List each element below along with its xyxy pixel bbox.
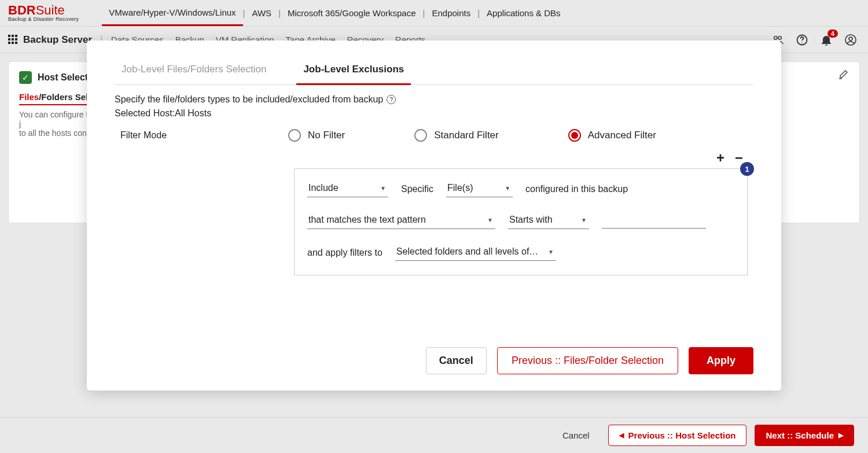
operator-select[interactable]: Starts with ▼ [508, 212, 589, 229]
primary-nav: VMware/Hyper-V/Windows/Linux | AWS | Mic… [102, 0, 567, 26]
step-complete-icon: ✓ [19, 71, 32, 84]
include-exclude-select[interactable]: Include ▼ [307, 181, 388, 197]
exclusions-modal: Job-Level Files/Folders Selection Job-Le… [87, 40, 781, 391]
svg-point-3 [801, 42, 803, 43]
filter-rule-box: 1 Include ▼ Specific File(s) ▼ configure… [294, 168, 748, 275]
footer-next-button[interactable]: Next :: Schedule ▶ [755, 425, 854, 446]
notifications-icon[interactable]: 4 [821, 34, 832, 46]
footer-cancel-button[interactable]: Cancel [552, 425, 600, 445]
footer-previous-button[interactable]: ◀ Previous :: Host Selection [608, 425, 747, 446]
modal-apply-button[interactable]: Apply [689, 347, 753, 374]
svg-point-1 [778, 36, 781, 39]
pattern-value-input[interactable] [602, 213, 706, 229]
chevron-left-icon: ◀ [619, 432, 624, 439]
help-tooltip-icon[interactable]: ? [387, 95, 396, 104]
tab-files-folders-selection[interactable]: Job-Level Files/Folders Selection [115, 58, 273, 84]
logo-brand-right: Suite [36, 3, 65, 17]
profile-icon[interactable] [845, 34, 856, 46]
chevron-down-icon: ▼ [380, 185, 386, 191]
chevron-down-icon: ▼ [581, 217, 587, 223]
apply-scope-select[interactable]: Selected folders and all levels of subf…… [395, 244, 556, 261]
tab-job-level-exclusions[interactable]: Job-Level Exclusions [296, 58, 411, 85]
modal-previous-button[interactable]: Previous :: Files/Folder Selection [497, 347, 678, 374]
match-type-select[interactable]: that matches the text pattern ▼ [307, 212, 495, 229]
chevron-down-icon: ▼ [548, 249, 554, 255]
apps-grid-icon[interactable] [8, 35, 19, 45]
selected-host-row: Selected Host:All Hosts [115, 108, 753, 119]
radio-icon [568, 129, 581, 142]
rule-toolbar: + − [115, 142, 753, 168]
notification-badge: 4 [827, 30, 838, 38]
modal-tabs: Job-Level Files/Folders Selection Job-Le… [115, 58, 753, 85]
radio-advanced-filter[interactable]: Advanced Filter [568, 129, 656, 142]
page-footer: Cancel ◀ Previous :: Host Selection Next… [0, 417, 868, 453]
modal-cancel-button[interactable]: Cancel [426, 347, 487, 374]
target-select[interactable]: File(s) ▼ [446, 181, 513, 197]
modal-footer: Cancel Previous :: Files/Folder Selectio… [115, 347, 753, 374]
nav-apps-dbs[interactable]: Applications & DBs [480, 0, 568, 26]
nav-endpoints[interactable]: Endpoints [425, 0, 477, 26]
app-logo: BDRSuite Backup & Disaster Recovery [8, 4, 79, 22]
apply-filters-label: and apply filters to [307, 248, 382, 258]
radio-standard-filter[interactable]: Standard Filter [414, 129, 499, 142]
nav-vmware[interactable]: VMware/Hyper-V/Windows/Linux [102, 0, 242, 26]
add-rule-icon[interactable]: + [716, 151, 724, 165]
remove-rule-icon[interactable]: − [735, 151, 743, 165]
radio-no-filter[interactable]: No Filter [288, 129, 345, 142]
top-navigation: BDRSuite Backup & Disaster Recovery VMwa… [0, 0, 868, 27]
nav-m365[interactable]: Microsoft 365/Google Workspace [281, 0, 423, 26]
radio-icon [288, 129, 301, 142]
logo-brand-left: BDR [8, 3, 36, 17]
logo-tagline: Backup & Disaster Recovery [8, 17, 79, 22]
configured-text: configured in this backup [525, 184, 628, 194]
nav-aws[interactable]: AWS [245, 0, 279, 26]
chevron-down-icon: ▼ [487, 217, 493, 223]
radio-icon [414, 129, 427, 142]
filter-mode-label: Filter Mode [115, 130, 288, 141]
help-icon[interactable] [796, 34, 808, 46]
chevron-right-icon: ▶ [838, 432, 843, 439]
svg-point-0 [774, 36, 777, 39]
rule-number-badge: 1 [740, 162, 754, 176]
svg-point-5 [849, 37, 852, 40]
filter-mode-row: Filter Mode No Filter Standard Filter Ad… [115, 129, 753, 142]
specific-label: Specific [401, 184, 433, 194]
modal-description: Specify the file/folders types to be inc… [115, 94, 753, 105]
server-title: Backup Server [23, 34, 92, 46]
edit-icon[interactable] [837, 69, 849, 80]
chevron-down-icon: ▼ [505, 185, 510, 191]
